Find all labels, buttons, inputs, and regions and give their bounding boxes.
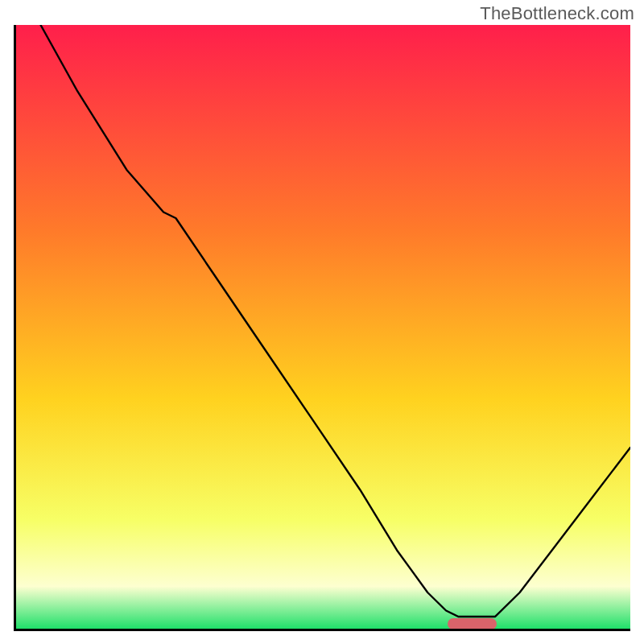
bottleneck-curve-line <box>16 25 630 629</box>
watermark-text: TheBottleneck.com <box>480 3 634 24</box>
optimum-marker <box>448 618 497 630</box>
chart-area <box>14 25 630 631</box>
curve-path <box>16 25 630 617</box>
